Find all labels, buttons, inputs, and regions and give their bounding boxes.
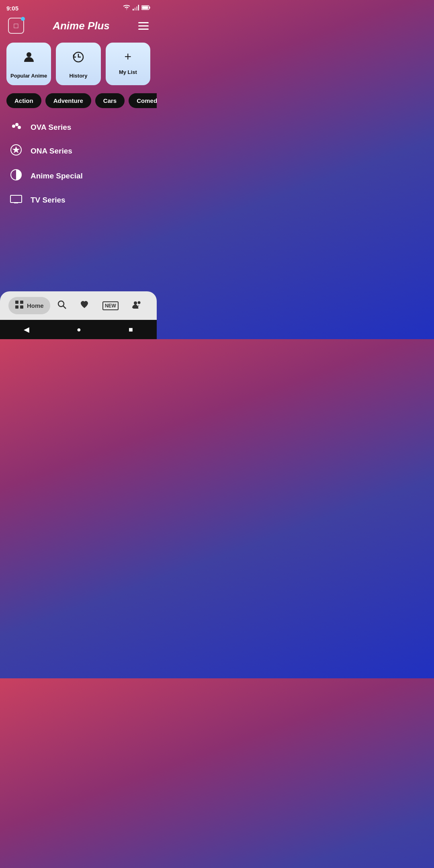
card-row: Popular Anime History + My List	[0, 39, 157, 93]
system-nav: ◀ ● ■	[0, 320, 157, 339]
history-label: History	[70, 73, 88, 79]
menu-line-3	[138, 29, 149, 30]
my-list-label: My List	[119, 69, 137, 75]
ova-label: OVA Series	[31, 123, 71, 132]
svg-point-9	[12, 125, 15, 128]
ova-icon	[10, 122, 23, 133]
new-badge-icon: NEW	[102, 301, 119, 310]
svg-point-10	[15, 123, 18, 126]
history-icon	[72, 51, 85, 66]
notification-dot	[21, 17, 25, 21]
history-card[interactable]: History	[56, 43, 100, 85]
plus-icon: +	[125, 51, 132, 63]
svg-point-25	[137, 301, 140, 304]
svg-rect-5	[149, 7, 150, 9]
home-grid-icon	[15, 300, 24, 311]
svg-rect-19	[20, 301, 23, 304]
svg-marker-13	[12, 146, 20, 153]
nav-users[interactable]	[126, 297, 148, 314]
menu-line-1	[138, 22, 149, 23]
notification-button[interactable]: □	[8, 18, 24, 34]
genre-adventure[interactable]: Adventure	[45, 93, 91, 108]
svg-rect-1	[135, 8, 136, 10]
svg-rect-21	[20, 305, 23, 309]
nav-new[interactable]: NEW	[96, 298, 125, 313]
svg-point-22	[58, 301, 64, 307]
status-time: 9:05	[6, 5, 18, 12]
svg-rect-20	[15, 305, 18, 309]
recent-button[interactable]: ■	[129, 326, 133, 334]
svg-rect-3	[138, 5, 139, 10]
tv-series-item[interactable]: TV Series	[10, 194, 147, 206]
popular-anime-label: Popular Anime	[10, 73, 47, 79]
battery-icon	[141, 5, 150, 11]
genre-cars[interactable]: Cars	[95, 93, 125, 108]
status-icons	[123, 5, 150, 12]
menu-line-2	[138, 25, 149, 27]
tv-icon	[10, 194, 23, 206]
svg-rect-2	[136, 6, 137, 10]
menu-button[interactable]	[138, 22, 149, 30]
svg-rect-15	[10, 195, 22, 203]
svg-rect-18	[15, 301, 18, 304]
genre-row: Action Adventure Cars Comedy	[0, 93, 157, 118]
tv-label: TV Series	[31, 196, 66, 205]
person-icon	[23, 51, 35, 66]
top-nav: □ Anime Plus	[0, 14, 157, 39]
ova-series-item[interactable]: OVA Series	[10, 122, 147, 133]
series-list: OVA Series ONA Series Anime Special	[0, 118, 157, 291]
users-icon	[132, 301, 142, 311]
status-bar: 9:05	[0, 0, 157, 14]
search-icon	[57, 300, 66, 311]
svg-point-11	[18, 126, 21, 129]
back-button[interactable]: ◀	[24, 325, 29, 334]
notification-icon: □	[14, 22, 18, 30]
svg-line-23	[63, 306, 66, 309]
star-icon	[10, 144, 23, 158]
popular-anime-card[interactable]: Popular Anime	[6, 43, 51, 85]
anime-special-item[interactable]: Anime Special	[10, 169, 147, 183]
app-title: Anime Plus	[53, 20, 110, 32]
ona-label: ONA Series	[31, 147, 72, 156]
bottom-nav: Home NEW	[0, 291, 157, 320]
genre-comedy[interactable]: Comedy	[129, 93, 157, 108]
ona-series-item[interactable]: ONA Series	[10, 144, 147, 158]
svg-point-24	[134, 301, 137, 305]
home-button[interactable]: ●	[77, 326, 81, 334]
svg-rect-0	[133, 9, 134, 10]
wifi-icon	[123, 5, 130, 12]
halfmoon-icon	[10, 169, 23, 183]
svg-rect-6	[142, 6, 148, 9]
signal-icon	[133, 5, 139, 12]
nav-favorites[interactable]	[74, 297, 95, 314]
svg-point-7	[27, 52, 31, 57]
home-label: Home	[27, 302, 44, 309]
genre-action[interactable]: Action	[6, 93, 41, 108]
anime-special-label: Anime Special	[31, 172, 83, 180]
nav-home[interactable]: Home	[8, 297, 50, 314]
nav-search[interactable]	[51, 297, 73, 314]
heart-icon	[80, 300, 89, 311]
my-list-card[interactable]: + My List	[106, 43, 150, 85]
